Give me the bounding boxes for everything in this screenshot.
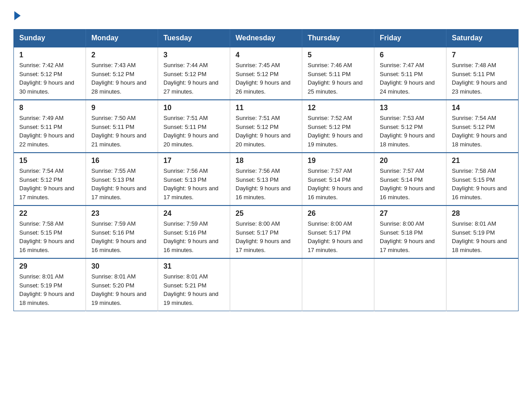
calendar-cell: 19 Sunrise: 7:57 AM Sunset: 5:14 PM Dayl…: [302, 153, 374, 206]
calendar-cell: 27 Sunrise: 8:00 AM Sunset: 5:18 PM Dayl…: [374, 206, 446, 258]
calendar-cell: [446, 258, 519, 311]
day-info: Sunrise: 7:56 AM Sunset: 5:13 PM Dayligh…: [236, 167, 296, 201]
day-number: 30: [91, 262, 152, 270]
calendar-cell: 1 Sunrise: 7:42 AM Sunset: 5:12 PM Dayli…: [14, 47, 86, 100]
calendar-cell: 10 Sunrise: 7:51 AM Sunset: 5:11 PM Dayl…: [158, 100, 230, 153]
calendar-cell: 11 Sunrise: 7:51 AM Sunset: 5:12 PM Dayl…: [230, 100, 302, 153]
calendar-cell: 14 Sunrise: 7:54 AM Sunset: 5:12 PM Dayl…: [446, 100, 519, 153]
calendar-cell: 6 Sunrise: 7:47 AM Sunset: 5:11 PM Dayli…: [374, 47, 446, 100]
calendar-cell: 4 Sunrise: 7:45 AM Sunset: 5:12 PM Dayli…: [230, 47, 302, 100]
day-info: Sunrise: 7:54 AM Sunset: 5:12 PM Dayligh…: [19, 167, 80, 201]
day-number: 3: [163, 51, 224, 59]
calendar-cell: 23 Sunrise: 7:59 AM Sunset: 5:16 PM Dayl…: [86, 206, 158, 258]
calendar-cell: 16 Sunrise: 7:55 AM Sunset: 5:13 PM Dayl…: [86, 153, 158, 206]
weekday-header-row: SundayMondayTuesdayWednesdayThursdayFrid…: [14, 30, 519, 47]
day-info: Sunrise: 8:01 AM Sunset: 5:20 PM Dayligh…: [91, 272, 152, 307]
calendar-cell: 25 Sunrise: 8:00 AM Sunset: 5:17 PM Dayl…: [230, 206, 302, 258]
day-number: 5: [308, 51, 369, 59]
day-info: Sunrise: 7:52 AM Sunset: 5:12 PM Dayligh…: [308, 114, 369, 149]
day-info: Sunrise: 7:42 AM Sunset: 5:12 PM Dayligh…: [19, 61, 80, 96]
calendar-week-row: 29 Sunrise: 8:01 AM Sunset: 5:19 PM Dayl…: [14, 258, 519, 311]
day-number: 4: [236, 51, 296, 59]
calendar-week-row: 15 Sunrise: 7:54 AM Sunset: 5:12 PM Dayl…: [14, 153, 519, 206]
day-number: 9: [91, 104, 152, 112]
calendar-cell: [302, 258, 374, 311]
day-number: 6: [380, 51, 441, 59]
calendar-cell: 15 Sunrise: 7:54 AM Sunset: 5:12 PM Dayl…: [14, 153, 86, 206]
day-number: 1: [19, 51, 80, 59]
day-number: 23: [91, 210, 152, 218]
weekday-header-friday: Friday: [374, 30, 446, 47]
day-number: 18: [236, 157, 296, 165]
day-number: 12: [308, 104, 369, 112]
day-info: Sunrise: 7:49 AM Sunset: 5:11 PM Dayligh…: [19, 114, 80, 149]
calendar-cell: 18 Sunrise: 7:56 AM Sunset: 5:13 PM Dayl…: [230, 153, 302, 206]
calendar-cell: 21 Sunrise: 7:58 AM Sunset: 5:15 PM Dayl…: [446, 153, 519, 206]
day-info: Sunrise: 8:01 AM Sunset: 5:19 PM Dayligh…: [452, 219, 513, 254]
weekday-header-thursday: Thursday: [302, 30, 374, 47]
day-info: Sunrise: 8:00 AM Sunset: 5:17 PM Dayligh…: [236, 219, 296, 254]
day-number: 27: [380, 210, 441, 218]
day-info: Sunrise: 8:01 AM Sunset: 5:19 PM Dayligh…: [19, 272, 80, 307]
day-number: 11: [236, 104, 296, 112]
day-number: 15: [19, 157, 80, 165]
weekday-header-monday: Monday: [86, 30, 158, 47]
day-number: 21: [452, 157, 513, 165]
day-number: 8: [19, 104, 80, 112]
calendar-table: SundayMondayTuesdayWednesdayThursdayFrid…: [13, 29, 519, 311]
calendar-cell: 24 Sunrise: 7:59 AM Sunset: 5:16 PM Dayl…: [158, 206, 230, 258]
calendar-cell: 31 Sunrise: 8:01 AM Sunset: 5:21 PM Dayl…: [158, 258, 230, 311]
day-info: Sunrise: 7:59 AM Sunset: 5:16 PM Dayligh…: [91, 219, 152, 254]
day-info: Sunrise: 7:55 AM Sunset: 5:13 PM Dayligh…: [91, 167, 152, 201]
logo: [13, 9, 21, 20]
calendar-week-row: 8 Sunrise: 7:49 AM Sunset: 5:11 PM Dayli…: [14, 100, 519, 153]
calendar-cell: 26 Sunrise: 8:00 AM Sunset: 5:17 PM Dayl…: [302, 206, 374, 258]
day-info: Sunrise: 7:59 AM Sunset: 5:16 PM Dayligh…: [163, 219, 224, 254]
calendar-week-row: 22 Sunrise: 7:58 AM Sunset: 5:15 PM Dayl…: [14, 206, 519, 258]
calendar-cell: 9 Sunrise: 7:50 AM Sunset: 5:11 PM Dayli…: [86, 100, 158, 153]
calendar-cell: 17 Sunrise: 7:56 AM Sunset: 5:13 PM Dayl…: [158, 153, 230, 206]
day-info: Sunrise: 8:00 AM Sunset: 5:17 PM Dayligh…: [308, 219, 369, 254]
day-number: 29: [19, 262, 80, 270]
calendar-cell: 7 Sunrise: 7:48 AM Sunset: 5:11 PM Dayli…: [446, 47, 519, 100]
day-info: Sunrise: 7:51 AM Sunset: 5:12 PM Dayligh…: [236, 114, 296, 149]
day-number: 13: [380, 104, 441, 112]
day-info: Sunrise: 7:57 AM Sunset: 5:14 PM Dayligh…: [380, 167, 441, 201]
day-number: 2: [91, 51, 152, 59]
calendar-cell: 20 Sunrise: 7:57 AM Sunset: 5:14 PM Dayl…: [374, 153, 446, 206]
day-number: 25: [236, 210, 296, 218]
day-info: Sunrise: 8:00 AM Sunset: 5:18 PM Dayligh…: [380, 219, 441, 254]
calendar-cell: 22 Sunrise: 7:58 AM Sunset: 5:15 PM Dayl…: [14, 206, 86, 258]
day-number: 31: [163, 262, 224, 270]
day-info: Sunrise: 7:45 AM Sunset: 5:12 PM Dayligh…: [236, 61, 296, 96]
day-info: Sunrise: 7:57 AM Sunset: 5:14 PM Dayligh…: [308, 167, 369, 201]
day-info: Sunrise: 7:46 AM Sunset: 5:11 PM Dayligh…: [308, 61, 369, 96]
calendar-cell: 12 Sunrise: 7:52 AM Sunset: 5:12 PM Dayl…: [302, 100, 374, 153]
calendar-cell: 2 Sunrise: 7:43 AM Sunset: 5:12 PM Dayli…: [86, 47, 158, 100]
calendar-cell: [374, 258, 446, 311]
page-header: [13, 9, 519, 20]
weekday-header-sunday: Sunday: [14, 30, 86, 47]
day-number: 26: [308, 210, 369, 218]
day-number: 17: [163, 157, 224, 165]
weekday-header-wednesday: Wednesday: [230, 30, 302, 47]
calendar-cell: 8 Sunrise: 7:49 AM Sunset: 5:11 PM Dayli…: [14, 100, 86, 153]
calendar-cell: 13 Sunrise: 7:53 AM Sunset: 5:12 PM Dayl…: [374, 100, 446, 153]
day-info: Sunrise: 7:47 AM Sunset: 5:11 PM Dayligh…: [380, 61, 441, 96]
day-info: Sunrise: 7:44 AM Sunset: 5:12 PM Dayligh…: [163, 61, 224, 96]
day-info: Sunrise: 7:51 AM Sunset: 5:11 PM Dayligh…: [163, 114, 224, 149]
day-number: 7: [452, 51, 513, 59]
day-number: 10: [163, 104, 224, 112]
day-number: 24: [163, 210, 224, 218]
day-number: 28: [452, 210, 513, 218]
day-number: 22: [19, 210, 80, 218]
logo-arrow-icon: [14, 11, 21, 20]
day-info: Sunrise: 7:58 AM Sunset: 5:15 PM Dayligh…: [19, 219, 80, 254]
calendar-cell: 30 Sunrise: 8:01 AM Sunset: 5:20 PM Dayl…: [86, 258, 158, 311]
day-info: Sunrise: 7:48 AM Sunset: 5:11 PM Dayligh…: [452, 61, 513, 96]
calendar-cell: 29 Sunrise: 8:01 AM Sunset: 5:19 PM Dayl…: [14, 258, 86, 311]
weekday-header-tuesday: Tuesday: [158, 30, 230, 47]
calendar-cell: 5 Sunrise: 7:46 AM Sunset: 5:11 PM Dayli…: [302, 47, 374, 100]
day-info: Sunrise: 7:53 AM Sunset: 5:12 PM Dayligh…: [380, 114, 441, 149]
day-info: Sunrise: 7:58 AM Sunset: 5:15 PM Dayligh…: [452, 167, 513, 201]
